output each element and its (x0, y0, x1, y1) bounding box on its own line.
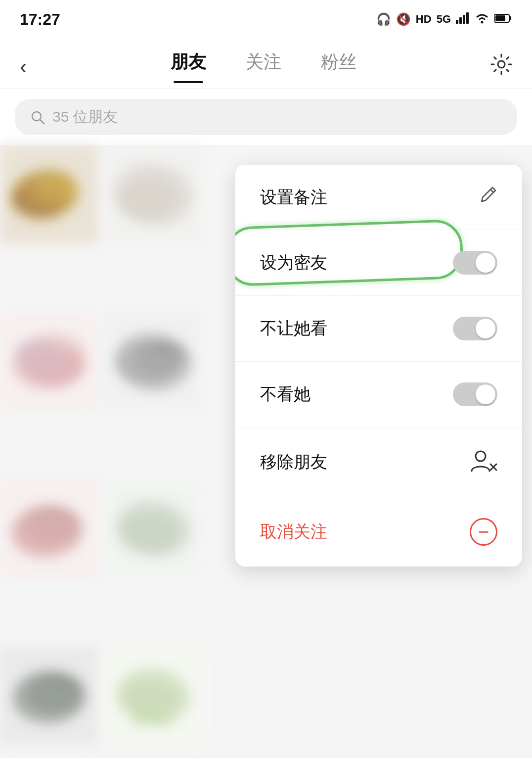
content-area: 设置备注 设为密友 不让她看 不看她 (0, 145, 532, 758)
svg-line-10 (40, 120, 44, 124)
svg-line-39 (490, 190, 493, 192)
menu-item-close-friend-label: 设为密友 (260, 251, 327, 274)
avatar-cell-4 (104, 312, 203, 411)
battery-icon (494, 12, 512, 26)
edit-icon (479, 186, 497, 209)
menu-item-unfollow[interactable]: 取消关注 − (235, 497, 522, 567)
avatar-cell-1 (0, 145, 99, 244)
avatar-cell-6 (104, 479, 203, 578)
avatar-cell-3 (0, 312, 99, 411)
headphone-icon: 🎧 (376, 12, 391, 26)
search-input[interactable]: 35 位朋友 (15, 99, 517, 135)
hide-from-her-toggle[interactable] (453, 317, 497, 340)
avatars-grid (0, 145, 208, 758)
menu-item-hide-from-her-label: 不让她看 (260, 317, 327, 340)
svg-point-8 (498, 61, 505, 68)
avatar-cell-7 (0, 646, 99, 745)
remove-user-icon (470, 448, 497, 476)
context-menu: 设置备注 设为密友 不让她看 不看她 (235, 165, 522, 567)
hide-her-toggle[interactable] (453, 382, 497, 406)
minus-sign: − (478, 522, 489, 541)
close-friend-toggle[interactable] (453, 251, 497, 275)
svg-rect-0 (456, 20, 458, 24)
svg-point-41 (476, 451, 486, 461)
svg-rect-1 (459, 17, 462, 24)
menu-item-set-note-label: 设置备注 (260, 186, 327, 209)
svg-point-4 (481, 21, 484, 24)
avatar-cell-8 (104, 646, 203, 745)
menu-item-hide-her-label: 不看她 (260, 383, 310, 406)
wifi-icon (475, 12, 489, 27)
search-icon (30, 109, 45, 125)
menu-item-hide-her[interactable]: 不看她 (235, 362, 522, 427)
search-placeholder: 35 位朋友 (52, 107, 118, 127)
menu-item-remove-friend[interactable]: 移除朋友 (235, 427, 522, 497)
status-time: 17:27 (20, 10, 60, 29)
mute-icon: 🔇 (396, 12, 411, 26)
tab-fans[interactable]: 粉丝 (321, 50, 356, 83)
menu-item-remove-friend-label: 移除朋友 (260, 451, 327, 474)
svg-rect-7 (495, 15, 505, 21)
status-icons: 🎧 🔇 HD 5G (376, 12, 512, 27)
avatar-cell-2 (104, 145, 203, 244)
nav-bar: ‹ 朋友 关注 粉丝 (0, 35, 532, 89)
5g-icon: 5G (437, 13, 451, 26)
nav-tabs: 朋友 关注 粉丝 (37, 50, 490, 83)
avatar-cell-5 (0, 479, 99, 578)
menu-item-unfollow-label: 取消关注 (260, 521, 327, 543)
signal-icon (456, 12, 470, 27)
svg-rect-6 (509, 16, 511, 20)
unfollow-icon: − (470, 518, 497, 546)
svg-rect-3 (466, 12, 469, 24)
tab-friends[interactable]: 朋友 (171, 50, 206, 83)
menu-item-set-note[interactable]: 设置备注 (235, 165, 522, 230)
hd-icon: HD (416, 13, 432, 26)
search-bar: 35 位朋友 (0, 89, 532, 145)
back-button[interactable]: ‹ (20, 56, 27, 77)
settings-button[interactable] (490, 53, 512, 80)
menu-item-close-friend[interactable]: 设为密友 (235, 230, 522, 296)
tab-following[interactable]: 关注 (246, 50, 281, 83)
svg-rect-2 (463, 15, 465, 24)
menu-item-hide-from-her[interactable]: 不让她看 (235, 296, 522, 362)
status-bar: 17:27 🎧 🔇 HD 5G (0, 0, 532, 35)
